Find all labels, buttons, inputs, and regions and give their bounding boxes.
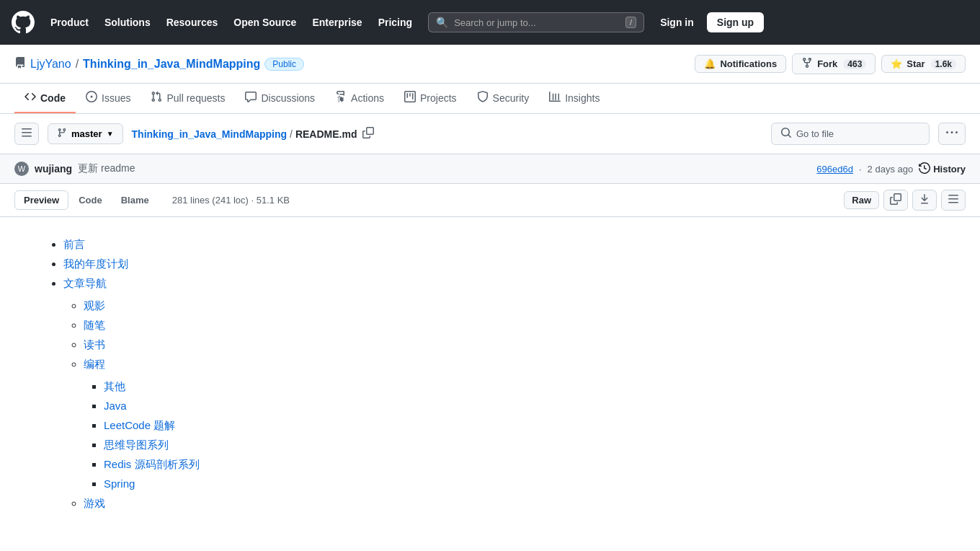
toc-link-foreword[interactable]: 前言 bbox=[63, 238, 85, 250]
commit-hash-link[interactable]: 696ed6d bbox=[816, 164, 853, 175]
tab-discussions[interactable]: Discussions bbox=[235, 84, 325, 113]
code-icon bbox=[24, 91, 36, 105]
star-icon: ⭐ bbox=[891, 58, 902, 69]
commit-separator: · bbox=[859, 164, 862, 175]
fork-icon bbox=[801, 57, 813, 71]
tab-issues[interactable]: Issues bbox=[76, 84, 141, 113]
content-area: 前言 我的年度计划 文章导航 观影 随笔 读书 编程 bbox=[0, 217, 980, 542]
more-options-button[interactable] bbox=[938, 123, 966, 145]
github-logo-icon[interactable] bbox=[12, 11, 35, 34]
signup-button[interactable]: Sign up bbox=[707, 12, 764, 32]
toc-link-java[interactable]: Java bbox=[104, 400, 127, 412]
list-item: 读书 bbox=[84, 335, 937, 354]
breadcrumb: Thinking_in_Java_MindMapping / README.md bbox=[132, 127, 762, 141]
list-item: 游戏 bbox=[84, 493, 937, 513]
breadcrumb-file: README.md bbox=[295, 128, 357, 140]
pull-requests-icon bbox=[151, 91, 162, 105]
toc-link-reading[interactable]: 读书 bbox=[84, 338, 105, 351]
commit-author[interactable]: wujiang bbox=[35, 163, 72, 175]
toc-link-nav[interactable]: 文章导航 bbox=[63, 277, 107, 289]
tab-security[interactable]: Security bbox=[467, 84, 540, 113]
copy-path-button[interactable] bbox=[360, 127, 377, 141]
search-placeholder-text: Search or jump to... bbox=[454, 17, 620, 28]
star-count: 1.6k bbox=[931, 59, 956, 69]
toc-list: 前言 我的年度计划 文章导航 观影 随笔 读书 编程 bbox=[43, 234, 937, 513]
toc-link-movies[interactable]: 观影 bbox=[84, 299, 105, 312]
history-button[interactable]: History bbox=[919, 162, 966, 176]
preview-tab-blame[interactable]: Blame bbox=[112, 190, 158, 210]
nav-enterprise[interactable]: Enterprise bbox=[305, 12, 369, 32]
list-item: 观影 bbox=[84, 296, 937, 315]
file-browser-header: master ▼ Thinking_in_Java_MindMapping / … bbox=[0, 114, 980, 154]
issues-icon bbox=[86, 91, 97, 105]
tab-projects[interactable]: Projects bbox=[394, 84, 467, 113]
tab-security-label: Security bbox=[493, 92, 530, 104]
nav-pricing[interactable]: Pricing bbox=[371, 12, 419, 32]
toc-link-redis[interactable]: Redis 源码剖析系列 bbox=[104, 458, 200, 470]
preview-tab-preview[interactable]: Preview bbox=[14, 190, 68, 210]
file-info: 281 lines (241 loc) · 51.1 KB bbox=[172, 195, 290, 206]
nav-product[interactable]: Product bbox=[43, 12, 96, 32]
file-search-box[interactable]: Go to file bbox=[771, 123, 930, 145]
toc-link-spring[interactable]: Spring bbox=[104, 477, 135, 490]
file-search-icon bbox=[780, 127, 792, 141]
commit-message: 更新 readme bbox=[78, 162, 135, 175]
list-item: 文章导航 观影 随笔 读书 编程 其他 bbox=[63, 273, 937, 513]
top-nav-right: Sign in Sign up bbox=[653, 12, 764, 32]
nav-opensource[interactable]: Open Source bbox=[226, 12, 303, 32]
tab-code[interactable]: Code bbox=[14, 84, 76, 113]
wrap-lines-button[interactable] bbox=[941, 190, 966, 211]
toc-link-mindmap[interactable]: 思维导图系列 bbox=[104, 438, 169, 451]
nav-solutions[interactable]: Solutions bbox=[97, 12, 158, 32]
notifications-label: Notifications bbox=[720, 58, 777, 69]
repo-name-link[interactable]: Thinking_in_Java_MindMapping bbox=[83, 58, 260, 71]
nav-resources[interactable]: Resources bbox=[159, 12, 226, 32]
preview-tab-code[interactable]: Code bbox=[70, 190, 111, 210]
toc-link-coding[interactable]: 编程 bbox=[84, 358, 105, 370]
list-item: Redis 源码剖析系列 bbox=[104, 454, 937, 474]
sidebar-toggle-button[interactable] bbox=[14, 123, 39, 145]
toc-link-games[interactable]: 游戏 bbox=[84, 497, 105, 509]
preview-actions: Raw bbox=[844, 190, 966, 211]
toc-link-other[interactable]: 其他 bbox=[104, 380, 125, 392]
breadcrumb-repo-link[interactable]: Thinking_in_Java_MindMapping bbox=[132, 128, 287, 140]
tab-actions[interactable]: Actions bbox=[325, 84, 394, 113]
signin-button[interactable]: Sign in bbox=[653, 12, 701, 32]
toc-link-plan[interactable]: 我的年度计划 bbox=[63, 257, 128, 270]
tab-pulls[interactable]: Pull requests bbox=[141, 84, 235, 113]
history-icon bbox=[919, 162, 930, 176]
avatar: W bbox=[14, 162, 29, 176]
repo-owner-link[interactable]: LjyYano bbox=[30, 58, 71, 71]
repo-separator: / bbox=[76, 58, 79, 71]
list-item: 思维导图系列 bbox=[104, 435, 937, 454]
repo-type-icon bbox=[14, 57, 26, 71]
star-button[interactable]: ⭐ Star 1.6k bbox=[881, 55, 966, 73]
copy-raw-button[interactable] bbox=[883, 190, 908, 211]
toc-link-notes[interactable]: 随笔 bbox=[84, 319, 105, 331]
repo-visibility-badge: Public bbox=[264, 58, 304, 71]
toc-sublist: 观影 随笔 读书 编程 其他 Java bbox=[63, 296, 937, 513]
notifications-button[interactable]: 🔔 Notifications bbox=[695, 55, 786, 73]
fork-button[interactable]: Fork 463 bbox=[792, 53, 876, 74]
search-container[interactable]: 🔍 Search or jump to... / bbox=[428, 12, 644, 32]
raw-button[interactable]: Raw bbox=[844, 191, 879, 209]
bell-icon: 🔔 bbox=[704, 58, 716, 69]
top-nav: Product Solutions Resources Open Source … bbox=[0, 0, 980, 45]
branch-icon bbox=[57, 128, 67, 140]
commit-meta: 696ed6d · 2 days ago History bbox=[816, 162, 966, 176]
tab-issues-label: Issues bbox=[102, 92, 130, 104]
insights-icon bbox=[549, 91, 561, 105]
actions-icon bbox=[335, 91, 347, 105]
file-search-placeholder: Go to file bbox=[796, 128, 834, 139]
branch-selector[interactable]: master ▼ bbox=[48, 123, 123, 144]
toc-sub-sublist: 其他 Java LeetCode 题解 思维导图系列 Redis 源码剖析系列 bbox=[84, 376, 937, 493]
repo-tabs: Code Issues Pull requests Discussions Ac… bbox=[0, 84, 980, 114]
commit-time: 2 days ago bbox=[868, 164, 914, 175]
fork-label: Fork bbox=[817, 58, 837, 69]
security-icon bbox=[477, 91, 489, 105]
toc-link-leetcode[interactable]: LeetCode 题解 bbox=[104, 419, 175, 431]
list-item: Java bbox=[104, 396, 937, 415]
discussions-icon bbox=[245, 91, 257, 105]
download-button[interactable] bbox=[912, 190, 937, 211]
tab-insights[interactable]: Insights bbox=[539, 84, 610, 113]
